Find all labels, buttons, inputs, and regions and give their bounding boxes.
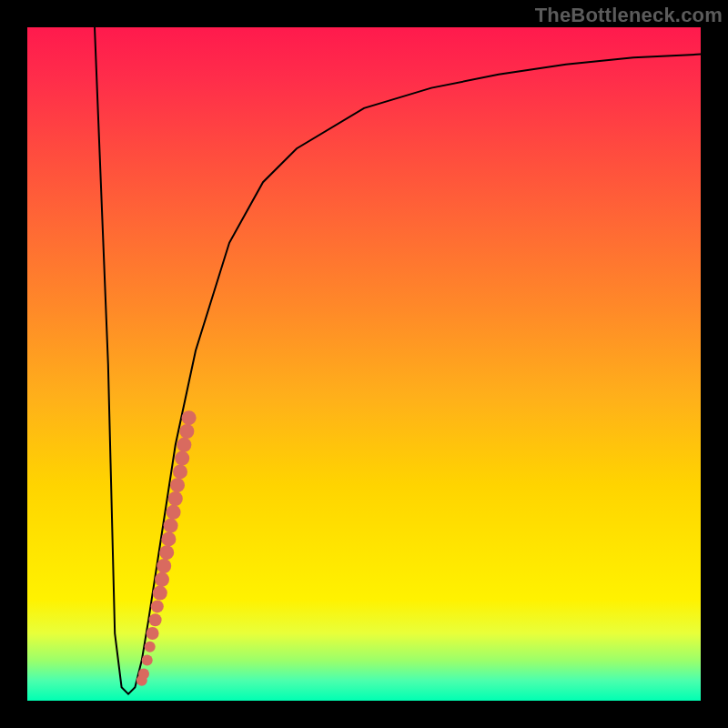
marker-dot	[145, 642, 156, 652]
bottleneck-curve	[95, 27, 701, 694]
marker-dot	[157, 559, 171, 573]
marker-dot	[173, 464, 187, 479]
marker-dot	[153, 586, 167, 601]
marker-dot	[159, 545, 174, 560]
marker-dot	[161, 531, 176, 546]
marker-dot	[179, 424, 194, 439]
marker-dot	[142, 655, 153, 666]
marker-dot	[155, 572, 169, 587]
marker-dot	[170, 478, 185, 492]
marker-dot	[138, 668, 149, 679]
marker-dot	[182, 410, 197, 425]
marker-dot	[151, 600, 164, 612]
marker-dot	[175, 451, 189, 466]
plot-area	[27, 27, 701, 701]
marker-dot	[177, 438, 191, 452]
marker-dot	[168, 491, 183, 506]
marker-group	[136, 410, 197, 686]
chart-svg	[27, 27, 701, 701]
marker-dot	[164, 519, 178, 533]
marker-dot	[167, 505, 181, 520]
watermark-text: TheBottleneck.com	[535, 4, 723, 27]
marker-dot	[147, 627, 159, 640]
marker-dot	[149, 613, 162, 626]
chart-frame: TheBottleneck.com	[0, 0, 728, 728]
